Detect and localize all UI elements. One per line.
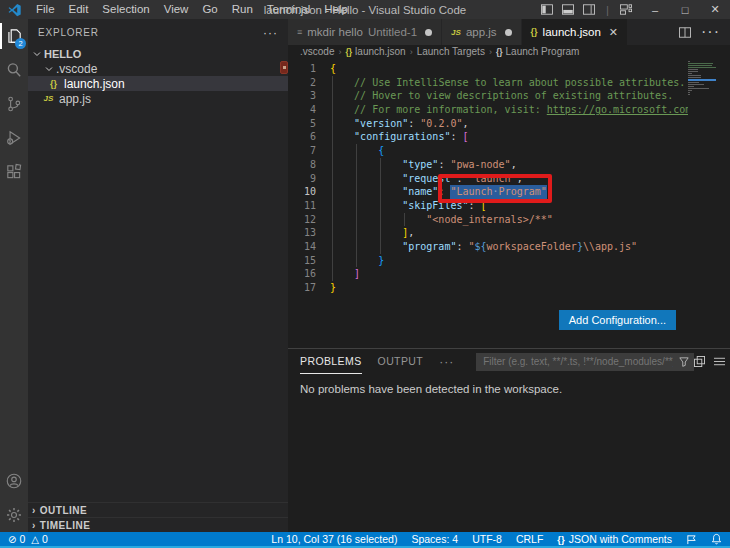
code-line-16: 16 ] xyxy=(288,267,730,281)
menu-terminal[interactable]: Terminal xyxy=(260,0,317,19)
line-number: 15 xyxy=(288,254,316,268)
tab-app-js[interactable]: JSapp.js xyxy=(442,19,521,45)
json-file-icon: {} xyxy=(531,27,538,37)
menu-go[interactable]: Go xyxy=(195,0,224,19)
open-in-editor-icon[interactable] xyxy=(694,356,705,367)
sidebar-item-appjs[interactable]: JSapp.js xyxy=(28,91,288,106)
sidebar-item-hello[interactable]: HELLO xyxy=(28,46,288,61)
code-line-5: 5 "version": "0.2.0", xyxy=(288,117,730,131)
breadcrumb-item-launch-json[interactable]: {}launch.json xyxy=(345,46,405,57)
toggle-secondary-sidebar-icon[interactable] xyxy=(583,4,595,15)
panel-more-tabs-icon[interactable]: ··· xyxy=(439,355,454,369)
status-label: CRLF xyxy=(516,533,543,545)
status-language-mode[interactable]: {}JSON with Comments xyxy=(557,533,672,545)
close-tab-icon[interactable]: ✕ xyxy=(609,26,618,39)
panel-tab-problems[interactable]: PROBLEMS xyxy=(300,349,362,374)
status-eol[interactable]: CRLF xyxy=(516,533,543,545)
minimap-line xyxy=(688,75,701,76)
code-token: "skipFiles" xyxy=(402,199,468,213)
breadcrumb-item-launch-program[interactable]: {}Launch Program xyxy=(496,46,580,57)
code-token xyxy=(330,213,426,227)
minimap-line xyxy=(688,88,709,89)
line-number: 6 xyxy=(288,130,316,144)
activity-search-icon[interactable] xyxy=(0,53,28,87)
code-editor[interactable]: 1{2 // Use IntelliSense to learn about p… xyxy=(288,58,730,348)
menu-selection[interactable]: Selection xyxy=(95,0,156,19)
line-number: 17 xyxy=(288,281,316,295)
sidebar-section-timeline[interactable]: ›TIMELINE xyxy=(28,517,288,532)
tab-launch-json[interactable]: {}launch.json✕ xyxy=(522,19,628,45)
code-token xyxy=(330,103,354,117)
menu-run[interactable]: Run xyxy=(225,0,260,19)
warnings-status[interactable]: △ 0 xyxy=(31,533,48,545)
view-as-list-icon[interactable] xyxy=(714,356,725,367)
activity-account-icon[interactable] xyxy=(0,464,28,498)
status-cursor-position[interactable]: Ln 10, Col 37 (16 selected) xyxy=(271,533,397,545)
problems-filter-input[interactable] xyxy=(476,353,694,371)
chevron-right-icon: › xyxy=(32,520,36,531)
menu-help[interactable]: Help xyxy=(317,0,355,19)
sidebar-section-outline[interactable]: ›OUTLINE xyxy=(28,502,288,517)
editor-scrollbar[interactable] xyxy=(718,58,730,348)
add-configuration-button[interactable]: Add Configuration... xyxy=(559,310,676,330)
maximize-button[interactable]: □ xyxy=(670,0,700,19)
toggle-panel-icon[interactable] xyxy=(562,4,574,15)
code-token: "launch" xyxy=(468,172,516,186)
json-braces-icon: {} xyxy=(345,47,352,57)
menu-edit[interactable]: Edit xyxy=(62,0,96,19)
feedback-icon[interactable] xyxy=(686,534,697,545)
breadcrumb: .vscode›{}launch.json›Launch Targets›{}L… xyxy=(288,45,730,58)
tab-label: mkdir hello xyxy=(307,26,363,38)
code-line-9: 9 "request": "launch", xyxy=(288,172,730,186)
code-line-12: 12 "<node_internals>/**" xyxy=(288,213,730,227)
menu-view[interactable]: View xyxy=(157,0,196,19)
activity-extensions-icon[interactable] xyxy=(0,155,28,189)
activity-run-and-debug-icon[interactable] xyxy=(0,121,28,155)
status-encoding[interactable]: UTF-8 xyxy=(472,533,502,545)
minimize-button[interactable]: – xyxy=(640,0,670,19)
toggle-sidebar-icon[interactable] xyxy=(541,4,553,15)
close-button[interactable]: ✕ xyxy=(700,0,730,19)
customize-layout-icon[interactable] xyxy=(620,4,632,15)
code-line-6: 6 "configurations": [ xyxy=(288,130,730,144)
activity-explorer-icon[interactable]: 2 xyxy=(0,19,28,53)
editor-group: ≡mkdir helloUntitled-1JSapp.js{}launch.j… xyxy=(288,19,730,532)
line-number: 11 xyxy=(288,199,316,213)
minimap-line xyxy=(688,90,692,91)
code-token xyxy=(330,172,402,186)
js-file-icon: JS xyxy=(42,94,55,103)
panel-tab-output[interactable]: OUTPUT xyxy=(378,349,424,374)
problems-message: No problems have been detected in the wo… xyxy=(288,374,730,404)
code-token: "program" xyxy=(402,240,456,254)
code-line-15: 15 } xyxy=(288,254,730,268)
symbol-object-icon: {} xyxy=(496,47,503,57)
line-number: 14 xyxy=(288,240,316,254)
split-editor-icon[interactable] xyxy=(679,27,691,38)
explorer-more-actions-icon[interactable]: ··· xyxy=(263,26,278,40)
code-token: ${ xyxy=(475,240,487,254)
vscode-logo-icon xyxy=(7,3,23,17)
json-file-icon: {} xyxy=(47,79,60,89)
code-token xyxy=(330,199,402,213)
tab-bar: ≡mkdir helloUntitled-1JSapp.js{}launch.j… xyxy=(288,19,730,45)
notifications-bell-icon[interactable] xyxy=(711,533,722,545)
code-token: } xyxy=(330,281,336,295)
breadcrumb-item--vscode[interactable]: .vscode xyxy=(300,46,334,57)
minimap[interactable] xyxy=(688,58,718,168)
editor-actions: ··· xyxy=(669,19,730,45)
menu-file[interactable]: File xyxy=(29,0,62,19)
activity-source-control-icon[interactable] xyxy=(0,87,28,121)
editor-more-actions-icon[interactable]: ··· xyxy=(701,23,720,41)
tab-mkdir-hello[interactable]: ≡mkdir helloUntitled-1 xyxy=(288,19,442,45)
code-line-8: 8 "type": "pwa-node", xyxy=(288,158,730,172)
line-number: 1 xyxy=(288,62,316,76)
activity-settings-icon[interactable] xyxy=(0,498,28,532)
sidebar-item-launchjson[interactable]: {}launch.json xyxy=(28,76,288,91)
text-file-icon: ≡ xyxy=(297,27,302,37)
sidebar-item-vscode[interactable]: .vscode xyxy=(28,61,288,76)
red-marker xyxy=(280,61,288,74)
breadcrumb-item-launch-targets[interactable]: Launch Targets xyxy=(417,46,485,57)
breadcrumb-label: Launch Targets xyxy=(417,46,485,57)
problems-status[interactable]: ⊘ 0 xyxy=(8,533,25,545)
status-indentation[interactable]: Spaces: 4 xyxy=(411,533,458,545)
